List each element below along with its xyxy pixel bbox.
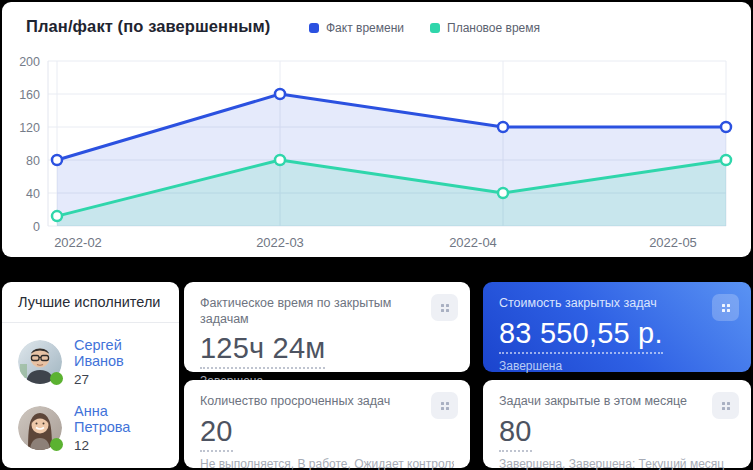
kpi-subtext: Не выполняется, В работе, Ожидает контро… (200, 457, 454, 470)
plan-fact-chart: 040801201602002022-022022-032022-042022-… (2, 50, 751, 257)
svg-text:40: 40 (26, 187, 40, 201)
chart-legend: Факт времени Плановое время (309, 21, 540, 35)
kpi-card-actual-time: Фактическое время по закрытым задачам 12… (184, 282, 470, 372)
svg-text:80: 80 (26, 154, 40, 168)
drag-handle-icon[interactable] (712, 294, 739, 321)
performer-row: Сергей Иванов 27 (18, 337, 163, 387)
kpi-card-overdue: Количество просроченных задач 20 Не выпо… (184, 380, 470, 468)
avatar[interactable] (18, 406, 62, 450)
performer-list: Сергей Иванов 27 (2, 323, 179, 467)
legend-label-fact: Факт времени (326, 21, 404, 35)
chart-title: План/факт (по завершенным) (26, 17, 270, 36)
kpi-value[interactable]: 20 (200, 415, 233, 452)
avatar[interactable] (18, 340, 62, 384)
drag-handle-icon[interactable] (431, 392, 458, 419)
svg-text:2022-04: 2022-04 (449, 235, 497, 250)
plan-fact-panel: План/факт (по завершенным) Факт времени … (2, 2, 751, 257)
kpi-value[interactable]: 83 550,55 р. (499, 317, 663, 354)
kpi-label: Количество просроченных задач (200, 394, 454, 410)
svg-text:120: 120 (19, 121, 40, 135)
svg-text:2022-03: 2022-03 (256, 235, 304, 250)
performer-row: Анна Петрова 12 (18, 403, 163, 453)
best-performers-panel: Лучшие исполнители (2, 282, 179, 468)
performer-count: 12 (74, 438, 163, 453)
legend-marker-fact-icon (309, 23, 319, 33)
performer-name-link[interactable]: Сергей Иванов (74, 337, 163, 369)
legend-marker-plan-icon (430, 23, 440, 33)
svg-text:2022-05: 2022-05 (649, 235, 697, 250)
svg-text:200: 200 (19, 55, 40, 69)
performer-info: Сергей Иванов 27 (74, 337, 163, 387)
svg-text:2022-02: 2022-02 (54, 235, 102, 250)
online-status-icon (50, 438, 63, 451)
kpi-label: Фактическое время по закрытым задачам (200, 296, 454, 327)
kpi-value[interactable]: 80 (499, 415, 532, 452)
kpi-value[interactable]: 125ч 24м (200, 332, 325, 369)
svg-text:0: 0 (33, 220, 40, 234)
kpi-subtext: Завершена (499, 359, 735, 373)
legend-item-plan[interactable]: Плановое время (430, 21, 540, 35)
performers-title: Лучшие исполнители (2, 282, 179, 323)
drag-handle-icon[interactable] (431, 294, 458, 321)
drag-handle-icon[interactable] (712, 392, 739, 419)
online-status-icon (50, 372, 63, 385)
kpi-card-cost: Стоимость закрытых задач 83 550,55 р. За… (483, 282, 751, 372)
kpi-label: Стоимость закрытых задач (499, 296, 735, 312)
performer-name-link[interactable]: Анна Петрова (74, 403, 163, 435)
legend-label-plan: Плановое время (447, 21, 540, 35)
kpi-card-closed-month: Задачи закрытые в этом месяце 80 Заверше… (483, 380, 751, 468)
legend-item-fact[interactable]: Факт времени (309, 21, 404, 35)
performer-count: 27 (74, 372, 163, 387)
kpi-subtext: Завершена, Завершена: Текущий месяц (499, 457, 735, 470)
svg-text:160: 160 (19, 88, 40, 102)
kpi-label: Задачи закрытые в этом месяце (499, 394, 735, 410)
performer-info: Анна Петрова 12 (74, 403, 163, 453)
